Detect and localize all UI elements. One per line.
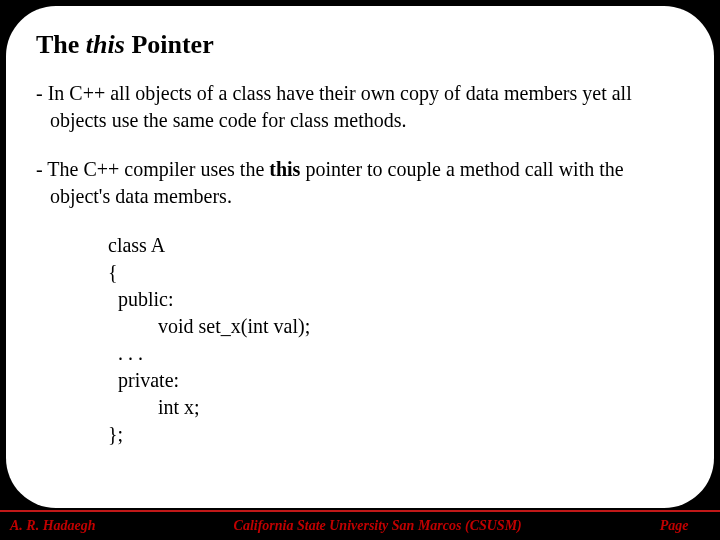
bullet-1: - In C++ all objects of a class have the… xyxy=(36,80,684,134)
slide-title: The this Pointer xyxy=(36,30,684,60)
title-suffix: Pointer xyxy=(125,30,214,59)
bullet-2-bold: this xyxy=(269,158,300,180)
title-prefix: The xyxy=(36,30,86,59)
page-number: 26 xyxy=(696,518,710,533)
bullet-2-pre: - The C++ compiler uses the xyxy=(36,158,269,180)
title-italic: this xyxy=(86,30,125,59)
footer-affiliation: California State University San Marcos (… xyxy=(116,518,640,534)
bullet-2: - The C++ compiler uses the this pointer… xyxy=(36,156,684,210)
page-label: Page xyxy=(660,518,689,533)
bullet-1-text: - In C++ all objects of a class have the… xyxy=(36,82,632,131)
footer-page: Page 26 xyxy=(660,518,710,534)
footer-author: A. R. Hadaegh xyxy=(10,518,96,534)
slide-content: The this Pointer - In C++ all objects of… xyxy=(6,6,714,508)
code-block: class A { public: void set_x(int val); .… xyxy=(108,232,684,448)
slide-footer: A. R. Hadaegh California State Universit… xyxy=(0,510,720,540)
